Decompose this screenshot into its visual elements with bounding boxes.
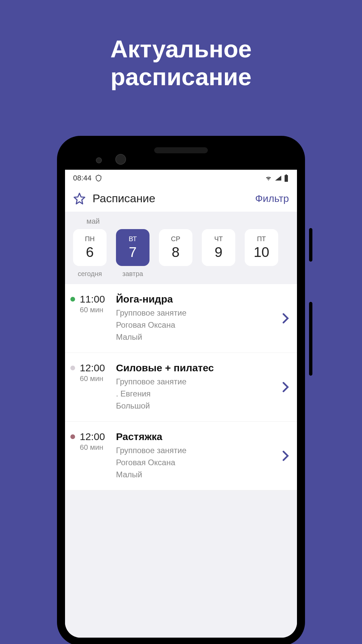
item-room: Большой bbox=[116, 400, 278, 412]
date-item-selected[interactable]: ВТ7 завтра bbox=[113, 229, 152, 278]
date-item[interactable]: ПТ10 bbox=[242, 229, 281, 278]
item-time: 12:00 bbox=[80, 431, 111, 442]
phone-side-button bbox=[309, 302, 312, 376]
phone-screen: 08:44 Расписание Фильтр май bbox=[65, 170, 297, 638]
phone-frame: 08:44 Расписание Фильтр май bbox=[57, 136, 305, 644]
date-strip: май ПН6 сегодня ВТ7 завтра СР8 bbox=[65, 212, 297, 284]
dates-row[interactable]: ПН6 сегодня ВТ7 завтра СР8 ЧТ9 bbox=[70, 229, 292, 278]
battery-icon bbox=[284, 174, 289, 182]
signal-icon bbox=[274, 174, 282, 182]
shield-icon bbox=[95, 174, 102, 182]
phone-side-button bbox=[309, 228, 312, 262]
promo-title: Актуальное расписание bbox=[0, 0, 362, 91]
item-room: Малый bbox=[116, 331, 278, 343]
status-time: 08:44 bbox=[73, 174, 92, 182]
status-dot bbox=[70, 434, 75, 439]
item-duration: 60 мин bbox=[80, 374, 111, 383]
item-trainer: . Евгения bbox=[116, 388, 278, 400]
phone-camera bbox=[96, 157, 102, 163]
item-time: 12:00 bbox=[80, 362, 111, 374]
schedule-item[interactable]: 11:00 60 мин Йога-нидра Групповое заняти… bbox=[65, 284, 297, 353]
svg-rect-1 bbox=[286, 174, 287, 175]
month-label: май bbox=[70, 217, 292, 226]
status-dot bbox=[70, 297, 75, 302]
schedule-list: 11:00 60 мин Йога-нидра Групповое заняти… bbox=[65, 284, 297, 490]
page-title: Расписание bbox=[93, 192, 155, 205]
chevron-right-icon bbox=[282, 450, 289, 461]
date-item[interactable]: ПН6 сегодня bbox=[70, 229, 109, 278]
empty-area bbox=[65, 490, 297, 638]
status-bar: 08:44 bbox=[65, 170, 297, 186]
item-duration: 60 мин bbox=[80, 306, 111, 314]
schedule-item[interactable]: 12:00 60 мин Растяжка Групповое занятие … bbox=[65, 422, 297, 490]
item-type: Групповое занятие bbox=[116, 376, 278, 388]
chevron-right-icon bbox=[282, 313, 289, 324]
item-room: Малый bbox=[116, 469, 278, 481]
filter-button[interactable]: Фильтр bbox=[255, 193, 289, 204]
date-item[interactable]: СР8 bbox=[156, 229, 195, 278]
star-icon[interactable] bbox=[73, 192, 86, 205]
item-trainer: Роговая Оксана bbox=[116, 457, 278, 469]
item-title: Растяжка bbox=[116, 431, 278, 442]
chevron-right-icon bbox=[282, 382, 289, 392]
date-item[interactable]: ЧТ9 bbox=[199, 229, 238, 278]
item-time: 11:00 bbox=[80, 293, 111, 305]
item-title: Йога-нидра bbox=[116, 293, 278, 305]
date-item-peek[interactable] bbox=[285, 229, 292, 278]
schedule-item[interactable]: 12:00 60 мин Силовые + пилатес Групповое… bbox=[65, 353, 297, 422]
svg-rect-0 bbox=[285, 175, 288, 182]
item-type: Групповое занятие bbox=[116, 307, 278, 319]
item-title: Силовые + пилатес bbox=[116, 362, 278, 374]
app-header: Расписание Фильтр bbox=[65, 186, 297, 212]
item-type: Групповое занятие bbox=[116, 444, 278, 457]
wifi-icon bbox=[264, 174, 273, 182]
phone-speaker bbox=[154, 147, 208, 153]
item-trainer: Роговая Оксана bbox=[116, 319, 278, 331]
phone-camera bbox=[115, 154, 126, 165]
item-duration: 60 мин bbox=[80, 443, 111, 452]
status-dot bbox=[70, 366, 75, 370]
